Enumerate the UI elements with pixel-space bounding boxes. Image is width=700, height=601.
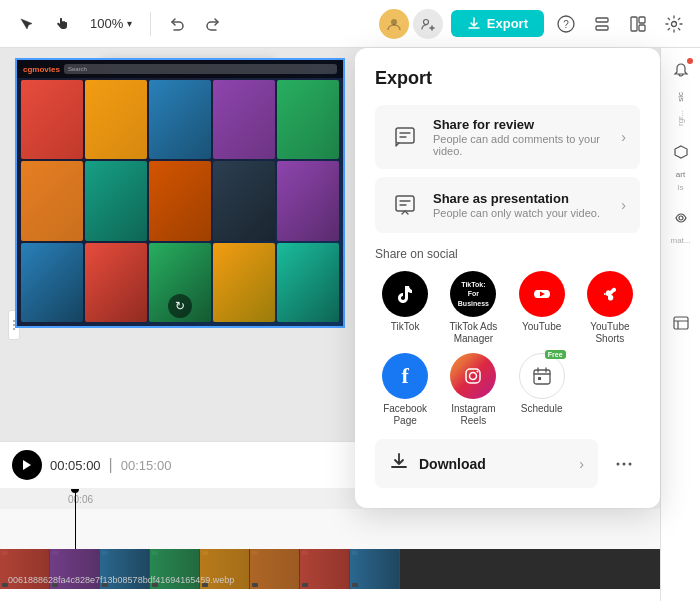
video-canvas[interactable]: cgmovies Search ↻ <box>15 58 345 328</box>
share-presentation-arrow-icon: › <box>621 197 626 213</box>
notifications-icon[interactable] <box>667 56 695 84</box>
instagram-label: Instagram Reels <box>443 403 503 427</box>
right-sidebar: sic rgr... art ls mat... <box>660 48 700 601</box>
share-presentation-text: Share as presentation People can only wa… <box>433 191 609 219</box>
share-review-arrow-icon: › <box>621 129 626 145</box>
avatar-group <box>379 9 443 39</box>
svg-rect-7 <box>639 17 645 23</box>
facebook-icon: f <box>382 353 428 399</box>
filmstrip-frame <box>300 549 350 589</box>
svg-rect-26 <box>396 196 414 211</box>
timeline-filmstrip[interactable]: 0061888628fa4c828e7f13b08578bdf416941654… <box>0 549 660 589</box>
undo-icon[interactable] <box>163 10 191 38</box>
svg-rect-6 <box>631 17 637 31</box>
youtube-shorts-icon <box>587 271 633 317</box>
add-collaborator-icon[interactable] <box>413 9 443 39</box>
sidebar-item-2[interactable] <box>667 204 695 232</box>
share-presentation-desc: People can only watch your video. <box>433 207 609 219</box>
share-review-title: Share for review <box>433 117 609 132</box>
user-avatar <box>379 9 409 39</box>
youtube-shorts-label: YouTube Shorts <box>580 321 640 345</box>
site-logo: cgmovies <box>23 65 60 74</box>
svg-point-34 <box>629 462 632 465</box>
social-item-tiktok[interactable]: TikTok <box>375 271 435 345</box>
movie-card <box>213 243 275 322</box>
svg-point-32 <box>617 462 620 465</box>
export-button-label: Export <box>487 16 528 31</box>
settings-icon[interactable] <box>660 10 688 38</box>
share-review-desc: People can add comments to your video. <box>433 133 609 157</box>
sidebar-timeline-icon[interactable] <box>667 309 695 337</box>
share-as-presentation-option[interactable]: Share as presentation People can only wa… <box>375 177 640 233</box>
youtube-icon <box>519 271 565 317</box>
timeline-playhead[interactable] <box>75 489 76 549</box>
share-presentation-icon <box>389 189 421 221</box>
movie-card <box>21 243 83 322</box>
schedule-icon: Free <box>519 353 565 399</box>
svg-point-1 <box>423 19 428 24</box>
layers-icon[interactable] <box>588 10 616 38</box>
movie-card <box>21 161 83 240</box>
facebook-label: Facebook Page <box>375 403 435 427</box>
svg-point-23 <box>679 216 683 220</box>
total-time: 00:15:00 <box>121 458 172 473</box>
sidebar-text-mat: mat... <box>670 236 690 245</box>
instagram-icon <box>450 353 496 399</box>
movie-card <box>21 80 83 159</box>
social-item-tiktok-ads[interactable]: TikTok:ForBusiness TikTok AdsManager <box>443 271 503 345</box>
toolbar-divider-1 <box>150 12 151 36</box>
export-button[interactable]: Export <box>451 10 544 37</box>
svg-rect-31 <box>538 377 541 380</box>
cursor-tool-icon[interactable] <box>12 10 40 38</box>
movie-card <box>277 161 339 240</box>
hand-tool-icon[interactable] <box>48 10 76 38</box>
youtube-label: YouTube <box>522 321 561 333</box>
play-button[interactable] <box>12 450 42 480</box>
share-review-text: Share for review People can add comments… <box>433 117 609 157</box>
filmstrip-frame <box>350 549 400 589</box>
redo-icon[interactable] <box>199 10 227 38</box>
zoom-chevron-icon: ▾ <box>127 18 132 29</box>
download-more-button[interactable] <box>608 448 640 480</box>
svg-rect-5 <box>596 26 608 30</box>
social-item-schedule[interactable]: Free Schedule <box>512 353 572 427</box>
movie-card <box>277 80 339 159</box>
tiktok-ads-label: TikTok AdsManager <box>449 321 497 345</box>
svg-point-9 <box>672 21 677 26</box>
social-item-youtube-shorts[interactable]: YouTube Shorts <box>580 271 640 345</box>
social-item-facebook[interactable]: f Facebook Page <box>375 353 435 427</box>
download-arrow-icon: › <box>579 456 584 472</box>
layout-icon[interactable] <box>624 10 652 38</box>
download-label: Download <box>419 456 569 472</box>
tiktok-label: TikTok <box>391 321 420 333</box>
svg-rect-8 <box>639 25 645 31</box>
movie-card <box>85 80 147 159</box>
toolbar-right: Export ? <box>379 9 688 39</box>
sidebar-text-sic: sic <box>676 92 685 102</box>
share-presentation-title: Share as presentation <box>433 191 609 206</box>
rotate-handle[interactable]: ↻ <box>168 294 192 318</box>
movie-card <box>149 161 211 240</box>
toolbar-left: 100% ▾ <box>12 10 371 38</box>
download-button[interactable]: Download › <box>375 439 598 488</box>
movie-card <box>149 80 211 159</box>
movie-card <box>85 243 147 322</box>
social-grid: TikTok TikTok:ForBusiness TikTok AdsMana… <box>375 271 640 427</box>
zoom-control[interactable]: 100% ▾ <box>84 14 138 33</box>
video-top-bar: cgmovies Search <box>17 60 343 78</box>
share-review-icon <box>389 121 421 153</box>
movie-card <box>213 161 275 240</box>
main-toolbar: 100% ▾ <box>0 0 700 48</box>
timeline-file-label: 0061888628fa4c828e7f13b08578bdf416941654… <box>8 575 234 585</box>
social-item-youtube[interactable]: YouTube <box>512 271 572 345</box>
sidebar-text-art: art <box>676 170 685 179</box>
tiktok-icon <box>382 271 428 317</box>
help-icon[interactable]: ? <box>552 10 580 38</box>
zoom-value: 100% <box>90 16 123 31</box>
svg-rect-25 <box>396 128 414 143</box>
current-time: 00:05:00 <box>50 458 101 473</box>
share-for-review-option[interactable]: Share for review People can add comments… <box>375 105 640 169</box>
sidebar-item-1[interactable] <box>667 138 695 166</box>
movie-card <box>213 80 275 159</box>
social-item-instagram[interactable]: Instagram Reels <box>443 353 503 427</box>
